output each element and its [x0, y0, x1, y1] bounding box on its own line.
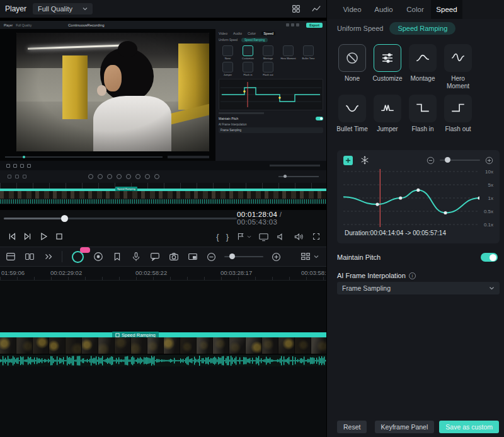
timeline-ruler[interactable]: 01:59:0600:02:29:0200:02:58:2200:03:28:1…: [0, 267, 326, 281]
save-as-custom-button[interactable]: Save as custom: [439, 421, 499, 433]
add-keyframe-button[interactable]: [343, 156, 353, 165]
recording-waveform: [0, 199, 326, 204]
clip-thumbnail: [213, 337, 229, 354]
recording-curve-editor: [219, 79, 323, 110]
keyframe-panel-button[interactable]: Keyframe Panel: [375, 421, 435, 433]
hero-moment-curve-icon: [450, 50, 466, 66]
snapshot-camera-icon[interactable]: [168, 251, 180, 262]
clip-thumbnail: [82, 337, 98, 354]
previous-frame-button[interactable]: [4, 229, 20, 245]
stop-button[interactable]: [51, 229, 67, 245]
recording-subtab-ramping: Speed Ramping: [241, 38, 268, 42]
speed-subtabs: Uniform Speed Speed Ramping: [337, 21, 455, 35]
frame-interpolation-dropdown[interactable]: Frame Sampling: [337, 282, 500, 294]
recording-frame-sampling-dropdown: Frame Sampling: [219, 127, 323, 133]
microphone-icon[interactable]: [130, 251, 142, 262]
track-manager-icon[interactable]: [300, 251, 311, 262]
clip-thumbnail: [180, 337, 197, 354]
subtab-speed-ramping[interactable]: Speed Ramping: [389, 22, 455, 35]
info-icon[interactable]: i: [409, 272, 416, 279]
video-clip-filmstrip[interactable]: [0, 337, 326, 354]
player-section: Player Full Quality Player Full Quality …: [0, 0, 326, 437]
quality-dropdown[interactable]: Full Quality: [33, 3, 93, 15]
zoom-in-icon[interactable]: [271, 252, 282, 262]
curve-zoom-knob[interactable]: [445, 157, 450, 163]
ruler-timestamp: 00:02:58:22: [135, 269, 167, 276]
curve-zoom-in-icon[interactable]: [485, 156, 493, 165]
second-monitor-icon[interactable]: [258, 231, 269, 242]
ai-frame-interpolation-label: AI Frame Interpolation: [337, 272, 406, 279]
curve-axis-label: 0.5x: [484, 209, 493, 214]
speed-ramp-record-button[interactable]: [70, 249, 85, 264]
tab-video[interactable]: Video: [336, 0, 368, 19]
more-tools-chevrons-icon[interactable]: [43, 251, 54, 262]
video-preview[interactable]: Player Full Quality ContinuousRecording …: [0, 18, 326, 210]
subtab-uniform-speed[interactable]: Uniform Speed: [337, 25, 383, 32]
chevron-down-icon[interactable]: [314, 255, 319, 259]
picture-in-picture-icon[interactable]: [187, 251, 198, 262]
recording-transport-row: [0, 161, 326, 170]
next-frame-button[interactable]: [20, 229, 35, 245]
transitions-icon[interactable]: [24, 251, 35, 262]
signal-pulse-icon[interactable]: [311, 4, 321, 14]
player-label: Player: [5, 4, 26, 13]
preset-bullet-time[interactable]: Bullet Time: [335, 95, 370, 133]
timeline-tracks[interactable]: Speed Ramping: [0, 281, 326, 437]
notification-badge: [80, 247, 90, 253]
none-icon: [345, 50, 360, 66]
recording-preset: Customize: [239, 45, 257, 60]
clip-thumbnail: [229, 337, 246, 354]
curve-zoom-out-icon[interactable]: [427, 156, 435, 165]
mark-in-button[interactable]: {: [216, 232, 219, 242]
preset-none[interactable]: None: [335, 44, 370, 90]
bookmark-icon[interactable]: [112, 251, 123, 262]
tab-color[interactable]: Color: [399, 0, 431, 19]
freeze-frame-snowflake-icon[interactable]: [360, 156, 369, 165]
tab-audio[interactable]: Audio: [368, 0, 399, 19]
recording-quality-value: Full Quality: [16, 23, 32, 27]
curve-zoom-slider[interactable]: [440, 160, 480, 161]
fullscreen-icon[interactable]: [311, 231, 321, 242]
play-button[interactable]: [35, 229, 51, 245]
recording-subtab-uniform: Uniform Speed: [219, 38, 238, 42]
volume-icon[interactable]: [294, 231, 304, 242]
zoom-out-icon[interactable]: [206, 252, 217, 262]
record-circle-icon[interactable]: [93, 251, 104, 262]
speed-curve-graph[interactable]: [343, 169, 479, 227]
recording-toolbar-bar: [270, 165, 320, 166]
maintain-pitch-label: Maintain Pitch: [337, 253, 381, 261]
tab-speed[interactable]: Speed: [431, 0, 462, 19]
timeline-zoom-slider[interactable]: [224, 256, 263, 257]
recording-preset: Hero Moment: [279, 45, 297, 60]
zoom-slider-knob[interactable]: [229, 253, 235, 259]
audio-waveform-track[interactable]: [0, 355, 326, 366]
playhead-handle[interactable]: [61, 215, 68, 222]
reset-button[interactable]: Reset: [337, 421, 367, 433]
marker-flag-button[interactable]: [236, 231, 251, 242]
flash-in-curve-icon: [415, 100, 431, 117]
mark-out-button[interactable]: }: [226, 232, 229, 242]
layout-grid-icon[interactable]: [291, 4, 301, 14]
media-library-icon[interactable]: [5, 251, 16, 262]
preset-jumper[interactable]: Jumper: [370, 95, 405, 133]
speed-ramping-clip[interactable]: Speed Ramping: [0, 332, 326, 337]
preset-flash-out[interactable]: Flash out: [440, 95, 476, 133]
preset-montage[interactable]: Montage: [405, 44, 440, 90]
preset-flash-in[interactable]: Flash in: [405, 95, 440, 133]
preset-hero-moment[interactable]: Hero Moment: [440, 44, 476, 90]
playback-bar: 00:01:28:04 / 00:05:43:03: [0, 210, 326, 226]
curve-axis-label: 10x: [485, 169, 493, 175]
mute-icon[interactable]: [276, 231, 287, 242]
recording-icon: [286, 23, 289, 26]
recording-filmstrip: [0, 191, 326, 199]
current-time: 00:01:28:04: [237, 211, 277, 218]
maintain-pitch-toggle[interactable]: [481, 253, 498, 262]
recording-preset: Montage: [259, 45, 277, 60]
annotation-icon[interactable]: [149, 251, 161, 262]
speed-icon: [115, 333, 120, 337]
preset-customize[interactable]: Customize: [370, 44, 405, 90]
playback-progress-bar[interactable]: [4, 218, 237, 219]
bullet-time-curve-icon: [344, 100, 360, 117]
recording-preset-grid: NoneCustomizeMontageHero MomentBullet Ti…: [219, 45, 323, 76]
timeline-toolbar: [0, 247, 326, 267]
